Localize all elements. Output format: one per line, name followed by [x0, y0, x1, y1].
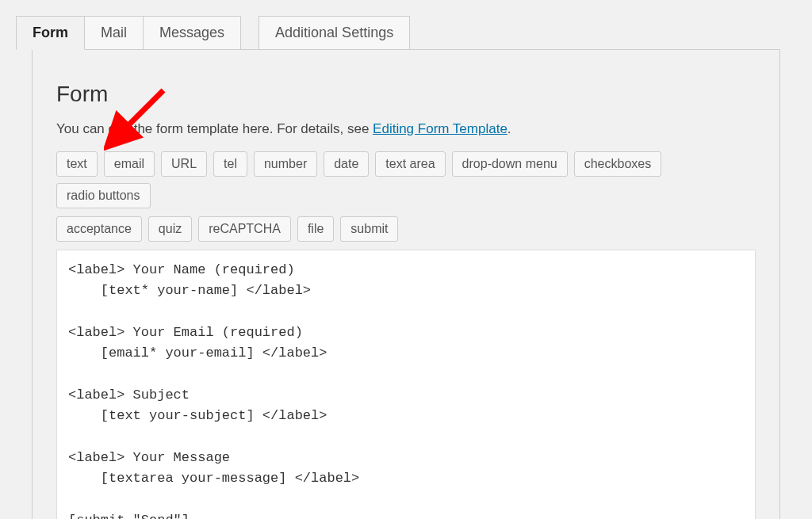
tag-submit-button[interactable]: submit [340, 216, 398, 242]
tag-file-button[interactable]: file [297, 216, 334, 242]
tab-additional-settings[interactable]: Additional Settings [259, 16, 410, 49]
tag-quiz-button[interactable]: quiz [148, 216, 192, 242]
panel-description: You can edit the form template here. For… [56, 121, 756, 137]
tag-number-button[interactable]: number [254, 151, 317, 177]
tag-text-button[interactable]: text [56, 151, 98, 177]
tab-mail[interactable]: Mail [85, 16, 144, 49]
tag-button-row-2: acceptance quiz reCAPTCHA file submit [56, 216, 756, 242]
tag-recaptcha-button[interactable]: reCAPTCHA [198, 216, 291, 242]
panel-desc-pre: You can edit the form template here. For… [56, 121, 373, 136]
tag-date-button[interactable]: date [324, 151, 369, 177]
tag-acceptance-button[interactable]: acceptance [56, 216, 142, 242]
tag-textarea-button[interactable]: text area [375, 151, 445, 177]
tabs-bar: Form Mail Messages Additional Settings [16, 16, 796, 49]
tag-url-button[interactable]: URL [161, 151, 207, 177]
tag-tel-button[interactable]: tel [213, 151, 247, 177]
tag-email-button[interactable]: email [104, 151, 155, 177]
tab-form[interactable]: Form [16, 16, 85, 50]
tag-button-row-1: text email URL tel number date text area… [56, 151, 756, 208]
form-template-editor[interactable] [56, 250, 756, 519]
panel-heading: Form [56, 82, 756, 107]
tab-spacer [241, 16, 259, 49]
tag-radio-button[interactable]: radio buttons [56, 183, 151, 208]
tag-dropdown-button[interactable]: drop-down menu [452, 151, 568, 177]
panel-desc-post: . [508, 121, 511, 136]
tab-messages[interactable]: Messages [144, 16, 241, 49]
tag-checkboxes-button[interactable]: checkboxes [574, 151, 662, 177]
form-panel: Form You can edit the form template here… [32, 49, 780, 519]
editing-form-template-link[interactable]: Editing Form Template [373, 121, 508, 136]
